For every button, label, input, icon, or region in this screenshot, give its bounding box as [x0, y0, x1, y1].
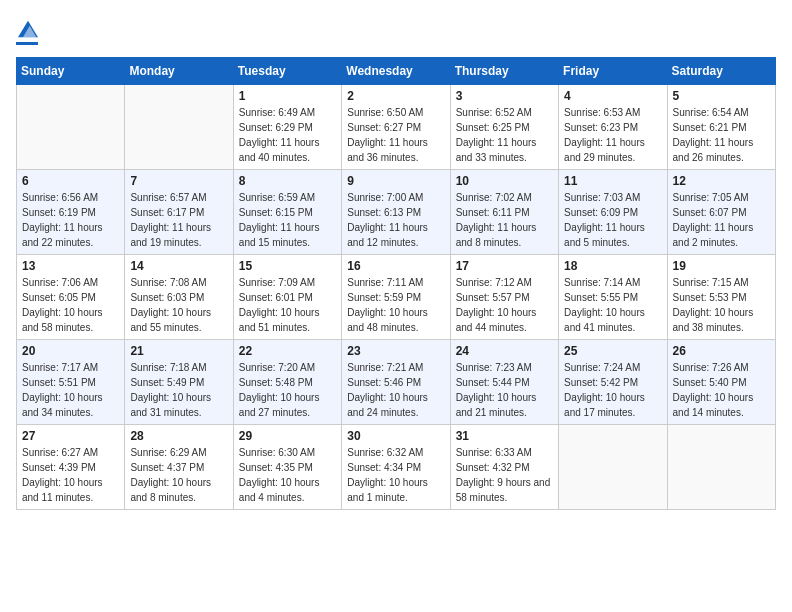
- calendar-cell: 21Sunrise: 7:18 AM Sunset: 5:49 PM Dayli…: [125, 340, 233, 425]
- weekday-header: Monday: [125, 58, 233, 85]
- calendar-cell: 4Sunrise: 6:53 AM Sunset: 6:23 PM Daylig…: [559, 85, 667, 170]
- calendar-cell: 30Sunrise: 6:32 AM Sunset: 4:34 PM Dayli…: [342, 425, 450, 510]
- day-info: Sunrise: 7:05 AM Sunset: 6:07 PM Dayligh…: [673, 190, 770, 250]
- day-info: Sunrise: 7:11 AM Sunset: 5:59 PM Dayligh…: [347, 275, 444, 335]
- weekday-header: Wednesday: [342, 58, 450, 85]
- day-number: 13: [22, 259, 119, 273]
- calendar-cell: 27Sunrise: 6:27 AM Sunset: 4:39 PM Dayli…: [17, 425, 125, 510]
- day-info: Sunrise: 6:52 AM Sunset: 6:25 PM Dayligh…: [456, 105, 553, 165]
- day-info: Sunrise: 7:14 AM Sunset: 5:55 PM Dayligh…: [564, 275, 661, 335]
- day-info: Sunrise: 6:53 AM Sunset: 6:23 PM Dayligh…: [564, 105, 661, 165]
- page-header: [16, 16, 776, 45]
- calendar-cell: 26Sunrise: 7:26 AM Sunset: 5:40 PM Dayli…: [667, 340, 775, 425]
- day-info: Sunrise: 7:21 AM Sunset: 5:46 PM Dayligh…: [347, 360, 444, 420]
- calendar-week-row: 27Sunrise: 6:27 AM Sunset: 4:39 PM Dayli…: [17, 425, 776, 510]
- day-info: Sunrise: 7:15 AM Sunset: 5:53 PM Dayligh…: [673, 275, 770, 335]
- day-info: Sunrise: 6:29 AM Sunset: 4:37 PM Dayligh…: [130, 445, 227, 505]
- weekday-header: Tuesday: [233, 58, 341, 85]
- day-number: 22: [239, 344, 336, 358]
- weekday-header: Sunday: [17, 58, 125, 85]
- calendar-cell: 7Sunrise: 6:57 AM Sunset: 6:17 PM Daylig…: [125, 170, 233, 255]
- calendar-cell: 12Sunrise: 7:05 AM Sunset: 6:07 PM Dayli…: [667, 170, 775, 255]
- day-info: Sunrise: 6:27 AM Sunset: 4:39 PM Dayligh…: [22, 445, 119, 505]
- calendar-cell: 2Sunrise: 6:50 AM Sunset: 6:27 PM Daylig…: [342, 85, 450, 170]
- calendar-cell: [667, 425, 775, 510]
- calendar-cell: 25Sunrise: 7:24 AM Sunset: 5:42 PM Dayli…: [559, 340, 667, 425]
- weekday-header: Thursday: [450, 58, 558, 85]
- calendar-cell: 20Sunrise: 7:17 AM Sunset: 5:51 PM Dayli…: [17, 340, 125, 425]
- day-number: 8: [239, 174, 336, 188]
- day-number: 16: [347, 259, 444, 273]
- day-number: 28: [130, 429, 227, 443]
- day-info: Sunrise: 6:57 AM Sunset: 6:17 PM Dayligh…: [130, 190, 227, 250]
- calendar-table: SundayMondayTuesdayWednesdayThursdayFrid…: [16, 57, 776, 510]
- day-number: 9: [347, 174, 444, 188]
- day-info: Sunrise: 7:17 AM Sunset: 5:51 PM Dayligh…: [22, 360, 119, 420]
- day-info: Sunrise: 7:23 AM Sunset: 5:44 PM Dayligh…: [456, 360, 553, 420]
- calendar-cell: 10Sunrise: 7:02 AM Sunset: 6:11 PM Dayli…: [450, 170, 558, 255]
- day-info: Sunrise: 6:33 AM Sunset: 4:32 PM Dayligh…: [456, 445, 553, 505]
- logo-icon: [18, 20, 38, 38]
- day-number: 7: [130, 174, 227, 188]
- day-number: 3: [456, 89, 553, 103]
- calendar-cell: 19Sunrise: 7:15 AM Sunset: 5:53 PM Dayli…: [667, 255, 775, 340]
- day-number: 31: [456, 429, 553, 443]
- day-info: Sunrise: 7:08 AM Sunset: 6:03 PM Dayligh…: [130, 275, 227, 335]
- day-number: 11: [564, 174, 661, 188]
- calendar-week-row: 13Sunrise: 7:06 AM Sunset: 6:05 PM Dayli…: [17, 255, 776, 340]
- day-info: Sunrise: 7:20 AM Sunset: 5:48 PM Dayligh…: [239, 360, 336, 420]
- day-number: 27: [22, 429, 119, 443]
- calendar-cell: 9Sunrise: 7:00 AM Sunset: 6:13 PM Daylig…: [342, 170, 450, 255]
- day-number: 29: [239, 429, 336, 443]
- day-number: 25: [564, 344, 661, 358]
- day-number: 21: [130, 344, 227, 358]
- calendar-cell: 24Sunrise: 7:23 AM Sunset: 5:44 PM Dayli…: [450, 340, 558, 425]
- day-info: Sunrise: 6:56 AM Sunset: 6:19 PM Dayligh…: [22, 190, 119, 250]
- day-info: Sunrise: 7:06 AM Sunset: 6:05 PM Dayligh…: [22, 275, 119, 335]
- weekday-header: Friday: [559, 58, 667, 85]
- day-info: Sunrise: 6:50 AM Sunset: 6:27 PM Dayligh…: [347, 105, 444, 165]
- calendar-cell: 23Sunrise: 7:21 AM Sunset: 5:46 PM Dayli…: [342, 340, 450, 425]
- calendar-cell: 8Sunrise: 6:59 AM Sunset: 6:15 PM Daylig…: [233, 170, 341, 255]
- logo-underline: [16, 42, 38, 45]
- day-info: Sunrise: 7:00 AM Sunset: 6:13 PM Dayligh…: [347, 190, 444, 250]
- day-number: 1: [239, 89, 336, 103]
- calendar-cell: 13Sunrise: 7:06 AM Sunset: 6:05 PM Dayli…: [17, 255, 125, 340]
- calendar-cell: 18Sunrise: 7:14 AM Sunset: 5:55 PM Dayli…: [559, 255, 667, 340]
- day-info: Sunrise: 6:54 AM Sunset: 6:21 PM Dayligh…: [673, 105, 770, 165]
- day-number: 17: [456, 259, 553, 273]
- calendar-week-row: 20Sunrise: 7:17 AM Sunset: 5:51 PM Dayli…: [17, 340, 776, 425]
- calendar-cell: 29Sunrise: 6:30 AM Sunset: 4:35 PM Dayli…: [233, 425, 341, 510]
- calendar-cell: 11Sunrise: 7:03 AM Sunset: 6:09 PM Dayli…: [559, 170, 667, 255]
- day-number: 24: [456, 344, 553, 358]
- day-info: Sunrise: 6:30 AM Sunset: 4:35 PM Dayligh…: [239, 445, 336, 505]
- calendar-cell: [125, 85, 233, 170]
- day-number: 19: [673, 259, 770, 273]
- day-number: 12: [673, 174, 770, 188]
- day-number: 6: [22, 174, 119, 188]
- day-number: 20: [22, 344, 119, 358]
- day-number: 10: [456, 174, 553, 188]
- day-number: 26: [673, 344, 770, 358]
- day-number: 5: [673, 89, 770, 103]
- calendar-cell: 5Sunrise: 6:54 AM Sunset: 6:21 PM Daylig…: [667, 85, 775, 170]
- weekday-header: Saturday: [667, 58, 775, 85]
- day-info: Sunrise: 6:32 AM Sunset: 4:34 PM Dayligh…: [347, 445, 444, 505]
- day-number: 4: [564, 89, 661, 103]
- day-info: Sunrise: 7:26 AM Sunset: 5:40 PM Dayligh…: [673, 360, 770, 420]
- day-number: 18: [564, 259, 661, 273]
- calendar-cell: 28Sunrise: 6:29 AM Sunset: 4:37 PM Dayli…: [125, 425, 233, 510]
- calendar-cell: 6Sunrise: 6:56 AM Sunset: 6:19 PM Daylig…: [17, 170, 125, 255]
- day-info: Sunrise: 6:49 AM Sunset: 6:29 PM Dayligh…: [239, 105, 336, 165]
- day-number: 30: [347, 429, 444, 443]
- calendar-cell: 1Sunrise: 6:49 AM Sunset: 6:29 PM Daylig…: [233, 85, 341, 170]
- calendar-cell: 17Sunrise: 7:12 AM Sunset: 5:57 PM Dayli…: [450, 255, 558, 340]
- logo-text: [16, 16, 38, 40]
- day-number: 14: [130, 259, 227, 273]
- day-info: Sunrise: 6:59 AM Sunset: 6:15 PM Dayligh…: [239, 190, 336, 250]
- calendar-cell: 15Sunrise: 7:09 AM Sunset: 6:01 PM Dayli…: [233, 255, 341, 340]
- day-number: 23: [347, 344, 444, 358]
- calendar-week-row: 6Sunrise: 6:56 AM Sunset: 6:19 PM Daylig…: [17, 170, 776, 255]
- day-number: 2: [347, 89, 444, 103]
- calendar-week-row: 1Sunrise: 6:49 AM Sunset: 6:29 PM Daylig…: [17, 85, 776, 170]
